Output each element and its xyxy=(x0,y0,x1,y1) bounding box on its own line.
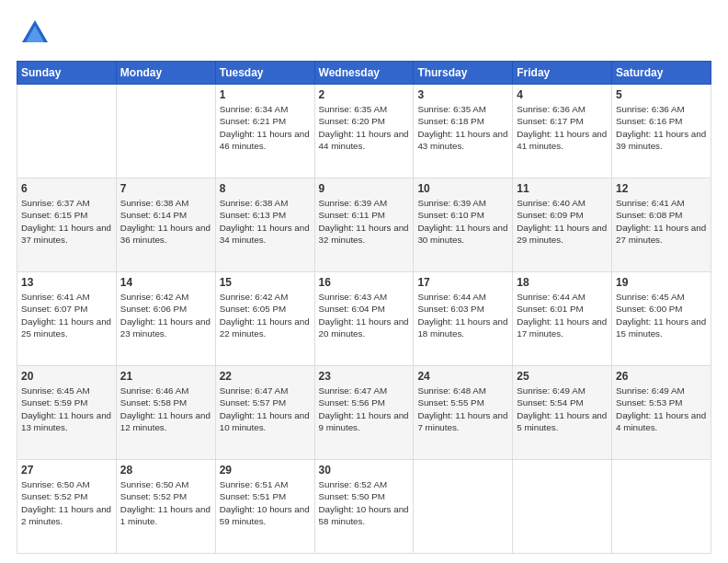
day-number: 17 xyxy=(417,275,508,290)
calendar-cell: 25Sunrise: 6:49 AM Sunset: 5:54 PM Dayli… xyxy=(513,366,612,460)
calendar-cell: 3Sunrise: 6:35 AM Sunset: 6:18 PM Daylig… xyxy=(414,85,513,178)
day-detail: Sunrise: 6:37 AM Sunset: 6:15 PM Dayligh… xyxy=(21,197,112,246)
day-detail: Sunrise: 6:42 AM Sunset: 6:05 PM Dayligh… xyxy=(220,291,311,339)
day-detail: Sunrise: 6:35 AM Sunset: 6:20 PM Dayligh… xyxy=(319,103,410,152)
calendar-cell: 22Sunrise: 6:47 AM Sunset: 5:57 PM Dayli… xyxy=(215,366,314,460)
day-number: 16 xyxy=(319,275,410,290)
calendar-cell: 18Sunrise: 6:44 AM Sunset: 6:01 PM Dayli… xyxy=(513,272,612,366)
day-number: 4 xyxy=(517,87,608,102)
logo-icon xyxy=(18,17,51,53)
calendar-cell: 23Sunrise: 6:47 AM Sunset: 5:56 PM Dayli… xyxy=(314,366,414,460)
day-detail: Sunrise: 6:35 AM Sunset: 6:18 PM Dayligh… xyxy=(417,103,508,152)
day-detail: Sunrise: 6:44 AM Sunset: 6:01 PM Dayligh… xyxy=(517,291,608,339)
calendar-cell: 9Sunrise: 6:39 AM Sunset: 6:11 PM Daylig… xyxy=(314,178,414,272)
day-detail: Sunrise: 6:49 AM Sunset: 5:54 PM Dayligh… xyxy=(517,385,608,433)
day-number: 8 xyxy=(220,181,311,196)
day-number: 1 xyxy=(220,87,311,102)
calendar-cell: 29Sunrise: 6:51 AM Sunset: 5:51 PM Dayli… xyxy=(215,460,314,554)
day-detail: Sunrise: 6:43 AM Sunset: 6:04 PM Dayligh… xyxy=(319,291,410,339)
day-detail: Sunrise: 6:36 AM Sunset: 6:17 PM Dayligh… xyxy=(517,103,608,152)
calendar-cell: 26Sunrise: 6:49 AM Sunset: 5:53 PM Dayli… xyxy=(612,366,711,460)
calendar-cell: 11Sunrise: 6:40 AM Sunset: 6:09 PM Dayli… xyxy=(513,178,612,272)
calendar-cell: 2Sunrise: 6:35 AM Sunset: 6:20 PM Daylig… xyxy=(314,85,414,178)
weekday-header-row: SundayMondayTuesdayWednesdayThursdayFrid… xyxy=(17,62,711,85)
calendar-cell: 4Sunrise: 6:36 AM Sunset: 6:17 PM Daylig… xyxy=(513,85,612,178)
day-detail: Sunrise: 6:38 AM Sunset: 6:14 PM Dayligh… xyxy=(120,197,211,246)
day-detail: Sunrise: 6:50 AM Sunset: 5:52 PM Dayligh… xyxy=(21,478,112,527)
day-detail: Sunrise: 6:41 AM Sunset: 6:08 PM Dayligh… xyxy=(616,197,707,246)
calendar-cell: 21Sunrise: 6:46 AM Sunset: 5:58 PM Dayli… xyxy=(116,366,215,460)
day-detail: Sunrise: 6:39 AM Sunset: 6:11 PM Dayligh… xyxy=(319,197,410,246)
day-number: 10 xyxy=(417,181,508,196)
weekday-header-friday: Friday xyxy=(513,62,612,85)
day-number: 30 xyxy=(319,463,410,477)
day-number: 6 xyxy=(21,181,112,196)
calendar-cell: 5Sunrise: 6:36 AM Sunset: 6:16 PM Daylig… xyxy=(612,85,711,178)
calendar-cell: 13Sunrise: 6:41 AM Sunset: 6:07 PM Dayli… xyxy=(17,272,117,366)
calendar-cell: 7Sunrise: 6:38 AM Sunset: 6:14 PM Daylig… xyxy=(116,178,215,272)
weekday-header-saturday: Saturday xyxy=(612,62,711,85)
day-detail: Sunrise: 6:40 AM Sunset: 6:09 PM Dayligh… xyxy=(517,197,608,246)
calendar-cell: 17Sunrise: 6:44 AM Sunset: 6:03 PM Dayli… xyxy=(414,272,513,366)
calendar-cell xyxy=(513,460,612,554)
weekday-header-wednesday: Wednesday xyxy=(314,62,414,85)
day-number: 18 xyxy=(517,275,608,290)
day-number: 14 xyxy=(120,275,211,290)
day-number: 20 xyxy=(21,369,112,384)
logo xyxy=(17,17,57,53)
day-detail: Sunrise: 6:52 AM Sunset: 5:50 PM Dayligh… xyxy=(319,478,410,527)
calendar-cell: 6Sunrise: 6:37 AM Sunset: 6:15 PM Daylig… xyxy=(17,178,117,272)
calendar-cell: 8Sunrise: 6:38 AM Sunset: 6:13 PM Daylig… xyxy=(215,178,314,272)
day-number: 23 xyxy=(319,369,410,384)
day-number: 2 xyxy=(319,87,410,102)
day-detail: Sunrise: 6:47 AM Sunset: 5:57 PM Dayligh… xyxy=(220,385,311,433)
day-number: 9 xyxy=(319,181,410,196)
week-row-2: 6Sunrise: 6:37 AM Sunset: 6:15 PM Daylig… xyxy=(17,178,711,272)
week-row-3: 13Sunrise: 6:41 AM Sunset: 6:07 PM Dayli… xyxy=(17,272,711,366)
day-detail: Sunrise: 6:51 AM Sunset: 5:51 PM Dayligh… xyxy=(220,478,311,527)
weekday-header-thursday: Thursday xyxy=(414,62,513,85)
day-number: 22 xyxy=(220,369,311,384)
day-number: 27 xyxy=(21,463,112,477)
day-detail: Sunrise: 6:46 AM Sunset: 5:58 PM Dayligh… xyxy=(120,385,211,433)
day-detail: Sunrise: 6:39 AM Sunset: 6:10 PM Dayligh… xyxy=(417,197,508,246)
calendar-cell: 15Sunrise: 6:42 AM Sunset: 6:05 PM Dayli… xyxy=(215,272,314,366)
calendar-cell: 30Sunrise: 6:52 AM Sunset: 5:50 PM Dayli… xyxy=(314,460,414,554)
day-number: 15 xyxy=(220,275,311,290)
day-detail: Sunrise: 6:47 AM Sunset: 5:56 PM Dayligh… xyxy=(319,385,410,433)
calendar-cell: 14Sunrise: 6:42 AM Sunset: 6:06 PM Dayli… xyxy=(116,272,215,366)
day-number: 12 xyxy=(616,181,707,196)
weekday-header-sunday: Sunday xyxy=(17,62,117,85)
day-number: 3 xyxy=(417,87,508,102)
day-detail: Sunrise: 6:36 AM Sunset: 6:16 PM Dayligh… xyxy=(616,103,707,152)
day-number: 7 xyxy=(120,181,211,196)
calendar-cell xyxy=(17,85,117,178)
day-detail: Sunrise: 6:42 AM Sunset: 6:06 PM Dayligh… xyxy=(120,291,211,339)
calendar-cell: 12Sunrise: 6:41 AM Sunset: 6:08 PM Dayli… xyxy=(612,178,711,272)
calendar-cell: 24Sunrise: 6:48 AM Sunset: 5:55 PM Dayli… xyxy=(414,366,513,460)
weekday-header-monday: Monday xyxy=(116,62,215,85)
day-number: 11 xyxy=(517,181,608,196)
day-detail: Sunrise: 6:34 AM Sunset: 6:21 PM Dayligh… xyxy=(220,103,311,152)
calendar-cell: 10Sunrise: 6:39 AM Sunset: 6:10 PM Dayli… xyxy=(414,178,513,272)
weekday-header-tuesday: Tuesday xyxy=(215,62,314,85)
day-detail: Sunrise: 6:38 AM Sunset: 6:13 PM Dayligh… xyxy=(220,197,311,246)
day-number: 5 xyxy=(616,87,707,102)
day-number: 19 xyxy=(616,275,707,290)
day-detail: Sunrise: 6:45 AM Sunset: 6:00 PM Dayligh… xyxy=(616,291,707,339)
calendar-cell xyxy=(116,85,215,178)
page: SundayMondayTuesdayWednesdayThursdayFrid… xyxy=(0,0,728,563)
week-row-5: 27Sunrise: 6:50 AM Sunset: 5:52 PM Dayli… xyxy=(17,460,711,554)
day-number: 21 xyxy=(120,369,211,384)
day-number: 13 xyxy=(21,275,112,290)
day-detail: Sunrise: 6:49 AM Sunset: 5:53 PM Dayligh… xyxy=(616,385,707,433)
calendar-cell: 20Sunrise: 6:45 AM Sunset: 5:59 PM Dayli… xyxy=(17,366,117,460)
calendar-cell: 19Sunrise: 6:45 AM Sunset: 6:00 PM Dayli… xyxy=(612,272,711,366)
calendar-cell: 27Sunrise: 6:50 AM Sunset: 5:52 PM Dayli… xyxy=(17,460,117,554)
day-number: 26 xyxy=(616,369,707,384)
calendar-cell: 28Sunrise: 6:50 AM Sunset: 5:52 PM Dayli… xyxy=(116,460,215,554)
calendar-cell: 1Sunrise: 6:34 AM Sunset: 6:21 PM Daylig… xyxy=(215,85,314,178)
calendar-cell xyxy=(414,460,513,554)
week-row-1: 1Sunrise: 6:34 AM Sunset: 6:21 PM Daylig… xyxy=(17,85,711,178)
week-row-4: 20Sunrise: 6:45 AM Sunset: 5:59 PM Dayli… xyxy=(17,366,711,460)
